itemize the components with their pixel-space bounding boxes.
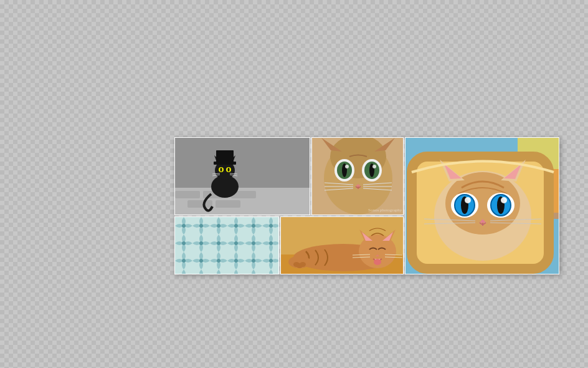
svg-point-90 xyxy=(227,168,229,172)
svg-rect-76 xyxy=(175,191,200,198)
svg-text:Sonos photography: Sonos photography xyxy=(368,208,402,213)
svg-point-89 xyxy=(220,168,222,172)
main-content: T Create your own Grid xyxy=(0,44,588,368)
cell-pattern[interactable] xyxy=(174,216,279,274)
svg-rect-86 xyxy=(214,162,236,165)
svg-rect-149 xyxy=(175,217,279,274)
cell-black-cat[interactable] xyxy=(174,137,310,215)
svg-rect-80 xyxy=(216,200,240,208)
svg-point-168 xyxy=(300,262,306,267)
collage-container[interactable]: Sonos photography xyxy=(174,137,559,274)
svg-point-138 xyxy=(465,197,471,203)
cell-tabby-cat[interactable] xyxy=(280,216,404,274)
svg-point-160 xyxy=(374,259,381,265)
svg-rect-85 xyxy=(216,150,234,163)
svg-point-105 xyxy=(345,165,349,168)
cell-close-cat[interactable]: Sonos photography xyxy=(311,137,404,215)
svg-point-139 xyxy=(501,197,507,203)
cell-bread-cat[interactable] xyxy=(405,137,559,274)
svg-point-106 xyxy=(372,165,376,168)
svg-rect-79 xyxy=(187,200,212,208)
canvas-area: Sonos photography xyxy=(145,44,588,368)
